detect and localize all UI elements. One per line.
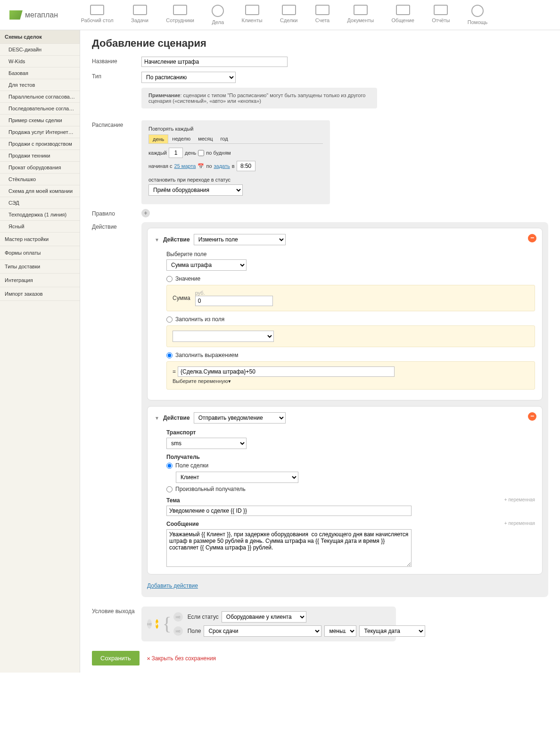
top-navigation: мегаплан Рабочий стол Задачи Сотрудники … xyxy=(0,0,560,30)
employees-icon xyxy=(173,5,187,15)
sidebar-item-example[interactable]: Пример схемы сделки xyxy=(0,115,80,126)
subject-input[interactable] xyxy=(166,506,412,516)
sidebar-item-desc[interactable]: DESC-дизайн xyxy=(0,44,80,56)
tab-month[interactable]: месяц xyxy=(194,134,216,143)
every-input[interactable] xyxy=(169,148,183,158)
collapse-icon[interactable]: ▼ xyxy=(155,416,159,421)
calendar-icon[interactable]: 📅 xyxy=(198,163,204,169)
sidebar-delivery[interactable]: Типы доставки xyxy=(0,260,80,274)
recipient-select[interactable]: Клиент xyxy=(176,472,298,483)
nav-deals[interactable]: Сделки xyxy=(280,5,298,25)
page-title: Добавление сценария xyxy=(92,37,548,50)
sidebar-item-mycompany[interactable]: Схема для моей компании xyxy=(0,185,80,197)
time-input[interactable] xyxy=(237,161,255,171)
nav-chat[interactable]: Общение xyxy=(392,5,414,25)
note-box: Примечание: сценарии с типом "По расписа… xyxy=(141,88,377,108)
tab-day[interactable]: день xyxy=(148,134,168,143)
variable-picker[interactable]: Выберите переменную▾ xyxy=(173,378,231,384)
sidebar-header-schemes[interactable]: Схемы сделок xyxy=(0,30,80,44)
radio-custom-recipient[interactable] xyxy=(166,486,173,492)
exit-compare-select[interactable]: меньше▾ xyxy=(324,625,356,637)
sidebar-integration[interactable]: Интеграция xyxy=(0,274,80,287)
name-input[interactable] xyxy=(141,57,288,67)
sidebar-item-sequential[interactable]: Последовательное согласов... xyxy=(0,103,80,115)
nav-invoices[interactable]: Счета xyxy=(315,5,329,25)
radio-value[interactable] xyxy=(166,276,173,282)
not-operator-1[interactable]: не xyxy=(173,612,183,622)
logo[interactable]: мегаплан xyxy=(9,10,58,20)
exit-date-select[interactable]: Текущая дата xyxy=(359,625,425,637)
message-label: Сообщение xyxy=(166,521,535,527)
schedule-label: Расписание xyxy=(92,120,141,128)
exit-label: Условие выхода xyxy=(92,607,141,615)
tab-year[interactable]: год xyxy=(217,134,232,143)
radio-fill-field[interactable] xyxy=(166,316,173,323)
nav-reports[interactable]: Отчёты xyxy=(432,5,450,25)
collapse-icon[interactable]: ▼ xyxy=(155,237,159,242)
sidebar-item-glass[interactable]: Стёклышко xyxy=(0,174,80,185)
nav-deals-cal[interactable]: Дела xyxy=(212,5,224,25)
fill-field-select[interactable] xyxy=(173,331,274,342)
sidebar-import[interactable]: Импорт заказов xyxy=(0,287,80,301)
add-rule-button[interactable]: + xyxy=(141,209,150,217)
transport-select[interactable]: sms xyxy=(166,438,247,449)
bracket-icon: { xyxy=(162,615,171,633)
sidebar-item-production[interactable]: Продажи с производством xyxy=(0,138,80,150)
sidebar-item-parallel[interactable]: Параллельное согласование xyxy=(0,91,80,103)
message-textarea[interactable] xyxy=(166,529,412,567)
remove-action-1[interactable]: − xyxy=(528,234,536,242)
sidebar-item-clear[interactable]: Ясный xyxy=(0,221,80,233)
sidebar-item-support[interactable]: Техподдержка (1 линия) xyxy=(0,209,80,221)
add-variable-message[interactable]: + переменная xyxy=(504,521,535,526)
action-block-2: − ▼ Действие Отправить уведомление Транс… xyxy=(147,406,543,574)
sidebar-item-tests[interactable]: Для тестов xyxy=(0,79,80,91)
name-label: Название xyxy=(92,57,141,65)
sum-input[interactable] xyxy=(195,296,273,306)
nav-desktop[interactable]: Рабочий стол xyxy=(81,5,114,25)
sidebar-item-internet[interactable]: Продажа услуг Интернет-аге... xyxy=(0,126,80,138)
add-variable-subject[interactable]: + переменная xyxy=(504,497,535,502)
not-operator-outer[interactable]: не xyxy=(147,619,152,629)
nav-help[interactable]: Помощь xyxy=(468,5,488,25)
sidebar-item-sed[interactable]: СЭД xyxy=(0,197,80,209)
expression-input[interactable] xyxy=(178,366,395,377)
exit-status-select[interactable]: Оборудование у клиента xyxy=(222,611,306,623)
sidebar-master[interactable]: Мастер настройки xyxy=(0,233,80,246)
fill-field-box xyxy=(166,325,535,347)
nav-clients[interactable]: Клиенты xyxy=(242,5,263,25)
action-type-select-2[interactable]: Отправить уведомление xyxy=(194,412,286,424)
stop-status-select[interactable]: Приём оборудования xyxy=(148,184,243,196)
sidebar-item-base[interactable]: Базовая xyxy=(0,67,80,79)
remove-action-2[interactable]: − xyxy=(528,412,536,421)
action-block-1: − ▼ Действие Изменить поле Выберите поле… xyxy=(147,228,543,400)
cancel-link[interactable]: Закрыть без сохранения xyxy=(147,655,216,662)
and-operator[interactable]: И xyxy=(156,619,158,629)
radio-expression[interactable] xyxy=(166,352,173,358)
nav-documents[interactable]: Документы xyxy=(347,5,374,25)
action-type-select-1[interactable]: Изменить поле xyxy=(194,234,286,245)
sidebar-item-rental[interactable]: Прокат оборудования xyxy=(0,162,80,174)
start-date-link[interactable]: 25 марта xyxy=(174,163,196,169)
sidebar-item-tech[interactable]: Продажи техники xyxy=(0,150,80,162)
weekdays-checkbox[interactable] xyxy=(198,150,204,156)
main-content: Добавление сценария Название Тип По расп… xyxy=(80,30,560,673)
type-select[interactable]: По расписанию xyxy=(141,72,236,83)
sidebar-payment[interactable]: Формы оплаты xyxy=(0,246,80,260)
add-action-link[interactable]: Добавить действие xyxy=(147,580,198,591)
save-button[interactable]: Сохранить xyxy=(92,651,140,665)
expression-box: = Выберите переменную▾ xyxy=(166,361,535,390)
exit-condition-box: не И { не Если статус Оборудование у кли… xyxy=(141,607,396,641)
nav-tasks[interactable]: Задачи xyxy=(131,5,148,25)
exit-field-select[interactable]: Срок сдачи xyxy=(204,625,321,637)
nav-employees[interactable]: Сотрудники xyxy=(166,5,194,25)
sidebar-item-wkids[interactable]: W-Kids xyxy=(0,56,80,67)
tab-week[interactable]: неделю xyxy=(168,134,194,143)
nav-items: Рабочий стол Задачи Сотрудники Дела Клие… xyxy=(72,5,496,25)
field-select[interactable]: Сумма штрафа xyxy=(166,259,247,271)
subject-label: Тема xyxy=(166,497,535,504)
end-date-link[interactable]: задать xyxy=(214,163,230,169)
not-operator-2[interactable]: не xyxy=(173,626,183,636)
period-tabs: день неделю месяц год xyxy=(148,134,323,144)
invoice-icon xyxy=(315,5,329,15)
radio-deal-field[interactable] xyxy=(166,463,173,469)
